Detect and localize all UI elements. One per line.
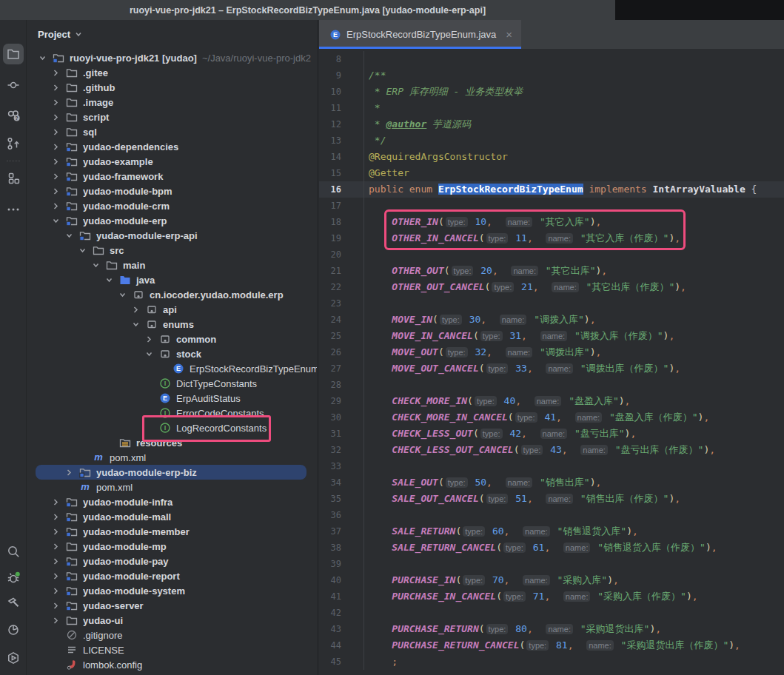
tree-item-yudao-module-erp[interactable]: yudao-module-erp: [27, 213, 317, 228]
project-panel-header[interactable]: Project: [27, 20, 318, 48]
chevron-collapsed-icon[interactable]: [46, 555, 65, 567]
chevron-collapsed-icon[interactable]: [46, 126, 65, 138]
tree-item-pom.xml[interactable]: mpom.xml: [27, 450, 317, 465]
tree-item-stock[interactable]: stock: [27, 346, 317, 361]
line-number-41[interactable]: 41: [319, 588, 364, 605]
line-number-13[interactable]: 13: [319, 132, 364, 149]
tree-item-api[interactable]: api: [27, 302, 317, 317]
line-number-27[interactable]: 27: [319, 360, 364, 377]
tree-item-ruoyi-vue-pro-jdk21-[yudao][interactable]: ruoyi-vue-pro-jdk21 [yudao]~/Java/ruoyi-…: [27, 50, 317, 65]
line-number-26[interactable]: 26: [319, 344, 364, 360]
chevron-collapsed-icon[interactable]: [46, 585, 65, 597]
chevron-expanded-icon[interactable]: [33, 52, 52, 64]
line-number-18[interactable]: 18: [319, 214, 364, 230]
chevron-collapsed-icon[interactable]: [46, 111, 65, 123]
chevron-collapsed-icon[interactable]: [46, 511, 65, 523]
chevron-collapsed-icon[interactable]: [46, 200, 65, 212]
tree-item-yudao-ui[interactable]: yudao-ui: [27, 613, 317, 628]
chevron-collapsed-icon[interactable]: [46, 496, 65, 508]
tree-item-yudao-module-system[interactable]: yudao-module-system: [27, 583, 317, 598]
line-number-14[interactable]: 14: [319, 149, 364, 165]
copilot-icon[interactable]: ?: [3, 104, 24, 125]
line-number-33[interactable]: 33: [319, 458, 364, 474]
search-icon[interactable]: [3, 541, 24, 562]
chevron-collapsed-icon[interactable]: [46, 67, 65, 78]
line-number-20[interactable]: 20: [319, 246, 364, 263]
tree-item-yudao-module-report[interactable]: yudao-module-report: [27, 568, 317, 583]
line-number-39[interactable]: 39: [319, 556, 364, 572]
chevron-collapsed-icon[interactable]: [59, 466, 78, 478]
line-number-43[interactable]: 43: [319, 621, 364, 637]
tree-item-resources[interactable]: resources: [27, 435, 317, 450]
chevron-expanded-icon[interactable]: [99, 274, 118, 286]
line-number-10[interactable]: 10: [319, 84, 364, 100]
tree-item-yudao-module-crm[interactable]: yudao-module-crm: [27, 198, 317, 213]
chevron-expanded-icon[interactable]: [46, 215, 65, 226]
chevron-expanded-icon[interactable]: [113, 289, 132, 300]
chevron-collapsed-icon[interactable]: [46, 96, 65, 108]
line-number-45[interactable]: 45: [319, 654, 364, 670]
line-number-16[interactable]: 16: [319, 181, 364, 198]
line-number-19[interactable]: 19: [319, 230, 364, 246]
tree-item-main[interactable]: main: [27, 258, 317, 272]
chevron-collapsed-icon[interactable]: [46, 570, 65, 582]
git-icon[interactable]: [3, 133, 24, 154]
chevron-collapsed-icon[interactable]: [46, 185, 65, 197]
line-number-22[interactable]: 22: [319, 279, 364, 295]
tree-item-.image[interactable]: .image: [27, 95, 317, 110]
tree-item-yudao-module-infra[interactable]: yudao-module-infra: [27, 494, 317, 509]
line-number-32[interactable]: 32: [319, 442, 364, 458]
structure-icon[interactable]: [3, 168, 24, 189]
tree-item-ErpAuditStatus[interactable]: EErpAuditStatus: [27, 391, 317, 406]
tree-item-.gitignore[interactable]: .gitignore: [27, 628, 317, 642]
chevron-expanded-icon[interactable]: [86, 259, 105, 271]
tree-item-enums[interactable]: enums: [27, 317, 317, 332]
line-number-40[interactable]: 40: [319, 572, 364, 588]
tree-item-lombok.config[interactable]: lombok.config: [27, 657, 317, 672]
project-icon[interactable]: [3, 44, 24, 64]
chevron-collapsed-icon[interactable]: [46, 540, 65, 552]
line-number-24[interactable]: 24: [319, 312, 364, 328]
tree-item-sql[interactable]: sql: [27, 124, 317, 139]
line-number-25[interactable]: 25: [319, 328, 364, 344]
tree-item-LogRecordConstants[interactable]: ILogRecordConstants: [27, 420, 317, 435]
line-number-29[interactable]: 29: [319, 393, 364, 409]
tree-item-yudao-module-bpm[interactable]: yudao-module-bpm: [27, 184, 317, 198]
line-number-44[interactable]: 44: [319, 637, 364, 654]
tree-item-yudao-module-member[interactable]: yudao-module-member: [27, 524, 317, 539]
tree-item-common[interactable]: common: [27, 332, 317, 346]
editor-tab[interactable]: E ErpStockRecordBizTypeEnum.java ×: [319, 20, 521, 49]
tree-item-src[interactable]: src: [27, 243, 317, 258]
tree-item-yudao-example[interactable]: yudao-example: [27, 154, 317, 169]
chevron-collapsed-icon[interactable]: [139, 333, 158, 345]
line-number-35[interactable]: 35: [319, 491, 364, 507]
tree-item-cn.iocoder.yudao.module.erp[interactable]: cn.iocoder.yudao.module.erp: [27, 287, 317, 302]
tree-item-yudao-module-pay[interactable]: yudao-module-pay: [27, 554, 317, 568]
line-number-30[interactable]: 30: [319, 409, 364, 426]
tree-item-DictTypeConstants[interactable]: IDictTypeConstants: [27, 376, 317, 391]
line-number-23[interactable]: 23: [319, 295, 364, 312]
tree-item-ErrorCodeConstants[interactable]: IErrorCodeConstants: [27, 406, 317, 420]
tree-item-ErpStockRecordBizTypeEnum[interactable]: EErpStockRecordBizTypeEnum: [27, 361, 317, 376]
line-number-11[interactable]: 11: [319, 100, 364, 116]
tree-item-yudao-framework[interactable]: yudao-framework: [27, 169, 317, 184]
profiler-icon[interactable]: [3, 619, 24, 640]
close-icon[interactable]: ×: [506, 29, 512, 40]
more-icon[interactable]: [3, 199, 24, 220]
line-number-42[interactable]: 42: [319, 605, 364, 621]
chevron-collapsed-icon[interactable]: [46, 170, 65, 182]
line-number-31[interactable]: 31: [319, 426, 364, 442]
tree-item-pom.xml[interactable]: mpom.xml: [27, 480, 317, 494]
tree-item-java[interactable]: java: [27, 272, 317, 287]
code-editor[interactable]: 89/**10 * ERP 库存明细 - 业务类型枚举11 *12 * @aut…: [319, 49, 784, 675]
line-number-15[interactable]: 15: [319, 165, 364, 181]
chevron-expanded-icon[interactable]: [73, 244, 92, 256]
line-number-36[interactable]: 36: [319, 507, 364, 523]
tree-item-yudao-dependencies[interactable]: yudao-dependencies: [27, 139, 317, 154]
chevron-collapsed-icon[interactable]: [46, 525, 65, 537]
tree-item-yudao-server[interactable]: yudao-server: [27, 598, 317, 613]
tree-item-.gitee[interactable]: .gitee: [27, 65, 317, 80]
line-number-12[interactable]: 12: [319, 116, 364, 132]
tree-item-script[interactable]: script: [27, 110, 317, 124]
line-number-38[interactable]: 38: [319, 540, 364, 556]
